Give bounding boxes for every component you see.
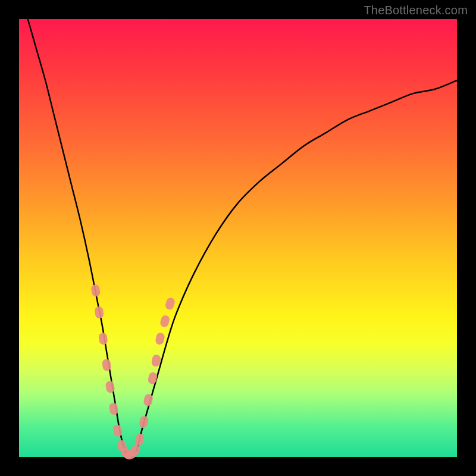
bottleneck-curve <box>19 19 457 457</box>
curve-marker <box>148 371 158 384</box>
svg-rect-1 <box>94 306 104 319</box>
svg-rect-0 <box>90 284 101 297</box>
plot-area <box>19 19 457 457</box>
svg-rect-18 <box>164 297 176 311</box>
svg-rect-2 <box>98 332 108 345</box>
curve-marker <box>159 314 171 328</box>
svg-rect-14 <box>148 371 158 384</box>
curve-line <box>28 19 457 458</box>
curve-marker <box>134 433 145 446</box>
curve-marker <box>94 306 104 319</box>
curve-markers <box>90 284 176 461</box>
curve-marker <box>90 284 101 297</box>
svg-rect-17 <box>159 314 171 328</box>
svg-rect-12 <box>139 415 149 429</box>
curve-marker <box>164 297 176 311</box>
curve-marker <box>98 332 108 345</box>
curve-marker <box>155 332 165 346</box>
svg-rect-11 <box>134 433 145 446</box>
svg-rect-16 <box>155 332 165 346</box>
curve-marker <box>139 415 149 429</box>
watermark-text: TheBottleneck.com <box>364 4 468 17</box>
chart-frame: TheBottleneck.com <box>0 0 476 476</box>
